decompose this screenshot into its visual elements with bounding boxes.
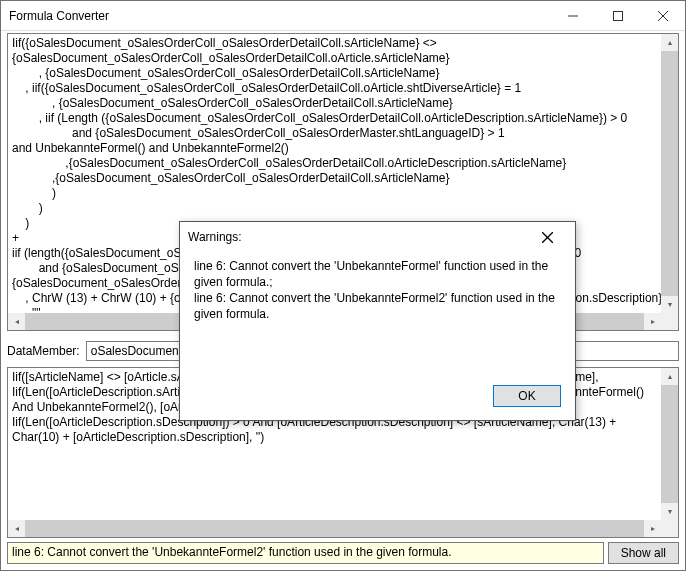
dialog-title: Warnings:: [188, 230, 527, 244]
scroll-up-icon[interactable]: ▴: [661, 368, 678, 385]
scroll-left-icon[interactable]: ◂: [8, 313, 25, 330]
scroll-right-icon[interactable]: ▸: [644, 313, 661, 330]
show-all-button[interactable]: Show all: [608, 542, 679, 564]
scroll-corner: [661, 520, 678, 537]
dialog-ok-button[interactable]: OK: [493, 385, 561, 407]
window-title: Formula Converter: [9, 9, 550, 23]
result-scrollbar-vertical[interactable]: ▴ ▾: [661, 368, 678, 520]
status-message: line 6: Cannot convert the 'UnbekannteFo…: [7, 542, 604, 564]
scroll-down-icon[interactable]: ▾: [661, 503, 678, 520]
scroll-right-icon[interactable]: ▸: [644, 520, 661, 537]
dialog-body: line 6: Cannot convert the 'UnbekannteFo…: [180, 252, 575, 376]
status-row: line 6: Cannot convert the 'UnbekannteFo…: [7, 542, 679, 564]
scroll-down-icon[interactable]: ▾: [661, 296, 678, 313]
datamember-label: DataMember:: [7, 344, 80, 358]
dialog-close-button[interactable]: [527, 223, 567, 251]
editor-scrollbar-vertical[interactable]: ▴ ▾: [661, 34, 678, 313]
result-scrollbar-horizontal[interactable]: ◂ ▸: [8, 520, 661, 537]
dialog-titlebar: Warnings:: [180, 222, 575, 252]
scroll-corner: [661, 313, 678, 330]
warnings-dialog: Warnings: line 6: Cannot convert the 'Un…: [179, 221, 576, 421]
scroll-up-icon[interactable]: ▴: [661, 34, 678, 51]
titlebar: Formula Converter: [1, 1, 685, 31]
svg-rect-1: [613, 11, 622, 20]
minimize-button[interactable]: [550, 1, 595, 30]
close-button[interactable]: [640, 1, 685, 30]
scroll-left-icon[interactable]: ◂: [8, 520, 25, 537]
maximize-button[interactable]: [595, 1, 640, 30]
dialog-footer: OK: [180, 376, 575, 420]
